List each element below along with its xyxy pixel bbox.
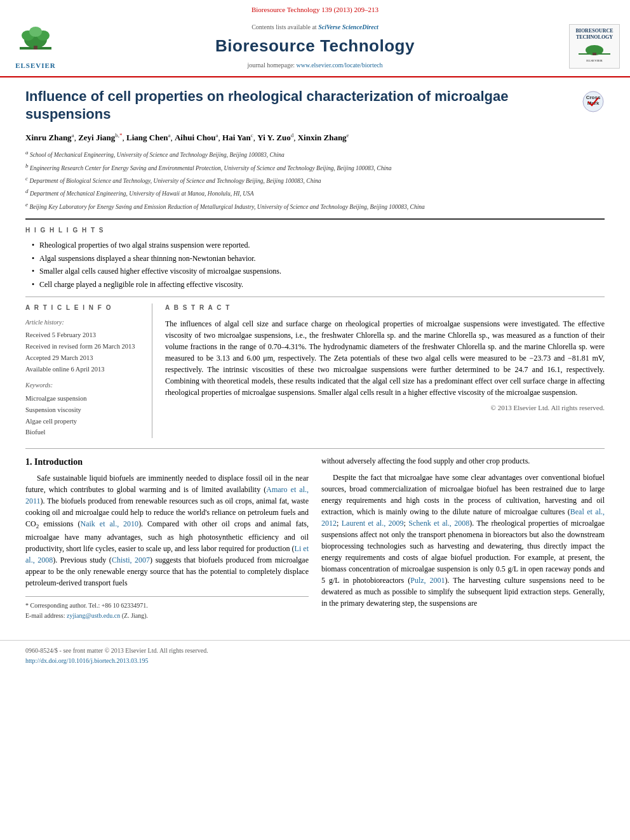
body-col-left: 1. Introduction Safe sustainable liquid … <box>25 455 309 621</box>
bioresource-logo-text: BIORESOURCE TECHNOLOGY ELSEVIER <box>575 28 613 65</box>
keywords-label: Keywords: <box>25 381 142 390</box>
ref-schenk[interactable]: Schenk et al., 2008 <box>408 519 469 528</box>
keywords-list: Microalgae suspension Suspension viscosi… <box>25 393 142 438</box>
ref-naik[interactable]: Naik et al., 2010 <box>81 519 139 528</box>
svg-rect-5 <box>34 46 37 50</box>
page-footer: 0960-8524/$ - see front matter © 2013 El… <box>0 640 630 670</box>
body-columns: 1. Introduction Safe sustainable liquid … <box>25 455 605 621</box>
affil-d: d Department of Mechanical Engineering, … <box>25 187 605 199</box>
footnote-email: E-mail address: zyjiang@ustb.edu.cnE-mai… <box>25 611 309 621</box>
bioresource-logo-box: BIORESOURCE TECHNOLOGY ELSEVIER <box>569 24 620 69</box>
affil-e: e Beijing Key Laboratory for Energy Savi… <box>25 200 605 212</box>
highlight-item-3: Smaller algal cells caused higher effect… <box>32 266 605 277</box>
homepage-label: journal homepage: <box>247 62 295 69</box>
highlight-item-1: Rheological properties of two algal stra… <box>32 240 605 251</box>
elsevier-tree-icon <box>17 22 55 60</box>
journal-header-main: ELSEVIER Contents lists available at Sci… <box>0 17 630 76</box>
volume-info-text: Bioresource Technology 139 (2013) 209–21… <box>251 6 379 13</box>
keyword-2: Suspension viscosity <box>25 404 142 416</box>
divider-after-highlights <box>25 297 605 297</box>
copyright-line: © 2013 Elsevier Ltd. All rights reserved… <box>165 403 605 413</box>
article-info-column: A R T I C L E I N F O Article history: R… <box>25 303 152 438</box>
highlights-section: H I G H L I G H T S Rheological properti… <box>25 226 605 290</box>
footnote-email-link[interactable]: zyjiang@ustb.edu.cn <box>67 612 120 619</box>
history-item-4: Available online 6 April 2013 <box>25 364 142 375</box>
footer-doi: http://dx.doi.org/10.1016/j.biortech.201… <box>25 656 605 666</box>
journal-header: Bioresource Technology 139 (2013) 209–21… <box>0 0 630 77</box>
authors-line: Xinru Zhanga, Zeyi Jiangb,*, Liang Chena… <box>25 131 605 144</box>
svg-text:Cross: Cross <box>586 95 601 100</box>
affiliations-block: a School of Mechanical Engineering, Univ… <box>25 148 605 212</box>
ref-amaro[interactable]: Amaro et al., 2011 <box>25 485 309 505</box>
right-para1: without adversely affecting the food sup… <box>321 455 605 467</box>
elsevier-logo: ELSEVIER <box>10 22 61 71</box>
ref-li[interactable]: Li et al., 2008 <box>25 544 309 564</box>
svg-point-4 <box>29 27 42 37</box>
abstract-label: A B S T R A C T <box>165 303 605 313</box>
footnote-corresponding: * Corresponding author. Tel.: +86 10 623… <box>25 601 309 611</box>
history-label: Article history: <box>25 318 142 328</box>
footnote-block: * Corresponding author. Tel.: +86 10 623… <box>25 596 309 621</box>
body-col-right: without adversely affecting the food sup… <box>321 455 605 621</box>
intro-heading: 1. Introduction <box>25 455 309 469</box>
article-info-label: A R T I C L E I N F O <box>25 303 142 313</box>
homepage-url[interactable]: www.elsevier.com/locate/biortech <box>297 62 383 69</box>
ref-laurent[interactable]: Laurent et al., 2009 <box>342 519 404 528</box>
keyword-1: Microalgae suspension <box>25 393 142 404</box>
highlights-label: H I G H L I G H T S <box>25 226 605 236</box>
highlights-list: Rheological properties of two algal stra… <box>32 240 605 290</box>
history-item-2: Received in revised form 26 March 2013 <box>25 341 142 352</box>
history-item-3: Accepted 29 March 2013 <box>25 352 142 364</box>
ref-chisti[interactable]: Chisti, 2007 <box>112 556 150 564</box>
journal-main-title: Bioresource Technology <box>67 34 563 58</box>
crossmark-icon: Cross Mark <box>582 90 605 113</box>
abstract-column: A B S T R A C T The influences of algal … <box>165 303 605 438</box>
journal-volume-info: Bioresource Technology 139 (2013) 209–21… <box>0 4 630 17</box>
highlight-item-2: Algal suspensions displayed a shear thin… <box>32 253 605 264</box>
elsevier-text: ELSEVIER <box>15 61 56 71</box>
logo-graphic-icon: ELSEVIER <box>575 44 613 63</box>
article-title-text: Influence of cell properties on rheologi… <box>25 88 575 124</box>
keyword-3: Algae cell property <box>25 416 142 427</box>
journal-homepage: journal homepage: www.elsevier.com/locat… <box>67 61 563 70</box>
affil-b: b Engineering Research Center for Energy… <box>25 161 605 173</box>
article-title-block: Influence of cell properties on rheologi… <box>25 88 605 124</box>
sciverse-label: Contents lists available at <box>251 23 316 30</box>
highlight-item-4: Cell charge played a negligible role in … <box>32 279 605 290</box>
affil-c: c Department of Biological Science and T… <box>25 174 605 186</box>
keyword-4: Biofuel <box>25 427 142 438</box>
footer-doi-link[interactable]: http://dx.doi.org/10.1016/j.biortech.201… <box>25 657 148 664</box>
history-item-1: Received 5 February 2013 <box>25 330 142 341</box>
content-area: Influence of cell properties on rheologi… <box>0 77 630 634</box>
divider-after-affiliations <box>25 218 605 220</box>
right-para2: Despite the fact that microalgae have so… <box>321 472 605 609</box>
history-items: Received 5 February 2013 Received in rev… <box>25 330 142 375</box>
sciverse-line: Contents lists available at SciVerse Sci… <box>67 23 563 32</box>
intro-para1: Safe sustainable liquid biofuels are imm… <box>25 472 309 589</box>
affil-a: a School of Mechanical Engineering, Univ… <box>25 148 605 160</box>
journal-title-block: Contents lists available at SciVerse Sci… <box>67 23 563 70</box>
ref-pulz[interactable]: Pulz, 2001 <box>410 576 445 585</box>
abstract-text: The influences of algal cell size and su… <box>165 318 605 398</box>
article-info-abstract-block: A R T I C L E I N F O Article history: R… <box>25 303 605 438</box>
svg-rect-8 <box>593 53 596 55</box>
page: Bioresource Technology 139 (2013) 209–21… <box>0 0 630 840</box>
sciverse-link[interactable]: SciVerse ScienceDirect <box>318 23 379 30</box>
svg-text:ELSEVIER: ELSEVIER <box>586 59 603 62</box>
divider-before-intro <box>25 448 605 449</box>
footer-issn: 0960-8524/$ - see front matter © 2013 El… <box>25 646 605 656</box>
